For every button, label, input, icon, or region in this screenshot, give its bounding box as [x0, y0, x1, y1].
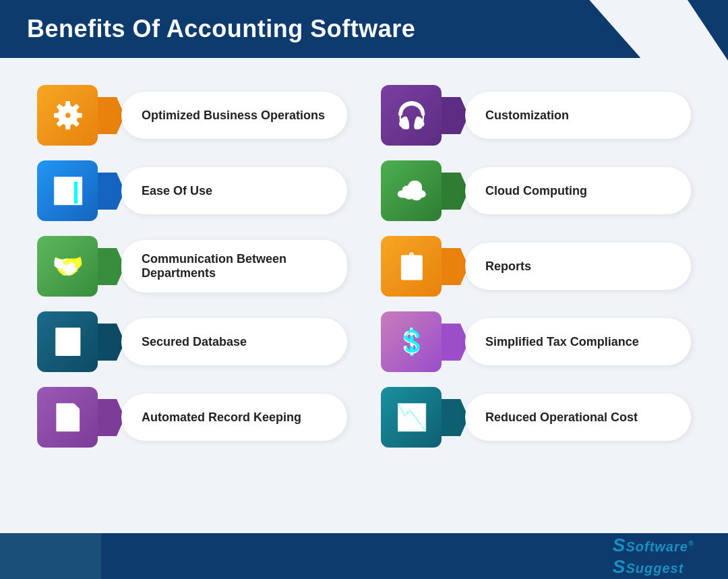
card-label-communication: Communication Between Departments: [142, 252, 330, 280]
label-pill-reduced-cost: Reduced Operational Cost: [465, 394, 691, 441]
svg-marker-3: [440, 173, 468, 210]
label-pill-optimized-business: Optimized Business Operations: [121, 92, 347, 139]
cloud-computing-icon: ☁️: [396, 178, 427, 204]
svg-marker-0: [96, 97, 125, 134]
arrow-customization: [440, 97, 468, 134]
card-label-optimized-business: Optimized Business Operations: [142, 109, 325, 123]
label-pill-simplified-tax: Simplified Tax Compliance: [465, 318, 691, 365]
reduced-cost-icon: 📉: [396, 404, 427, 430]
svg-marker-8: [96, 399, 125, 436]
card-secured-database: 🗄️ Secured Database: [37, 311, 347, 372]
card-label-ease-of-use: Ease Of Use: [142, 184, 212, 198]
optimized-business-icon: ⚙️: [52, 102, 84, 128]
label-pill-cloud-computing: Cloud Computing: [465, 167, 691, 214]
footer-corner-left: [0, 533, 101, 579]
arrow-automated-record: [96, 399, 125, 436]
header-triangle-decoration: [688, 0, 728, 61]
label-pill-ease-of-use: Ease Of Use: [121, 167, 347, 214]
svg-marker-7: [440, 324, 468, 361]
svg-marker-1: [440, 97, 468, 134]
icon-box-ease-of-use: 📊: [37, 160, 98, 221]
card-label-simplified-tax: Simplified Tax Compliance: [485, 335, 639, 349]
card-cloud-computing: ☁️ Cloud Computing: [381, 160, 691, 221]
card-communication: 🤝 Communication Between Departments: [37, 236, 347, 297]
arrow-ease-of-use: [96, 173, 125, 210]
page-title: Benefits Of Accounting Software: [27, 15, 613, 43]
card-automated-record: 📄 Automated Record Keeping: [37, 387, 347, 448]
card-label-customization: Customization: [485, 109, 569, 123]
icon-box-simplified-tax: 💲: [381, 311, 442, 372]
svg-marker-4: [96, 248, 125, 285]
customization-icon: 🎧: [396, 102, 427, 128]
icon-box-automated-record: 📄: [37, 387, 98, 448]
secured-database-icon: 🗄️: [52, 329, 84, 355]
label-pill-automated-record: Automated Record Keeping: [121, 394, 347, 441]
simplified-tax-icon: 💲: [396, 329, 427, 355]
benefits-grid: ⚙️ Optimized Business Operations 🎧 Custo…: [0, 58, 728, 461]
label-pill-customization: Customization: [465, 92, 691, 139]
reports-icon: 📋: [396, 253, 427, 279]
arrow-cloud-computing: [440, 173, 468, 210]
ease-of-use-icon: 📊: [52, 178, 84, 204]
card-reduced-cost: 📉 Reduced Operational Cost: [381, 387, 691, 448]
card-simplified-tax: 💲 Simplified Tax Compliance: [381, 311, 691, 372]
svg-marker-2: [96, 173, 125, 210]
card-label-reduced-cost: Reduced Operational Cost: [485, 410, 638, 425]
card-customization: 🎧 Customization: [381, 85, 691, 146]
card-label-automated-record: Automated Record Keeping: [142, 410, 301, 425]
icon-box-optimized-business: ⚙️: [37, 85, 98, 146]
footer: SSoftware® SSuggest: [0, 533, 728, 579]
svg-marker-6: [96, 324, 125, 361]
automated-record-icon: 📄: [52, 404, 84, 430]
svg-marker-5: [440, 248, 468, 285]
label-pill-reports: Reports: [465, 243, 691, 290]
label-pill-secured-database: Secured Database: [121, 318, 347, 365]
icon-box-customization: 🎧: [381, 85, 442, 146]
card-ease-of-use: 📊 Ease Of Use: [37, 160, 347, 221]
card-optimized-business: ⚙️ Optimized Business Operations: [37, 85, 347, 146]
icon-box-communication: 🤝: [37, 236, 98, 297]
card-label-reports: Reports: [485, 260, 531, 274]
card-label-cloud-computing: Cloud Computing: [485, 184, 587, 198]
registered-mark: ®: [688, 539, 694, 547]
brand-name2: Suggest: [626, 561, 684, 576]
icon-box-cloud-computing: ☁️: [381, 160, 442, 221]
arrow-reports: [440, 248, 468, 285]
label-pill-communication: Communication Between Departments: [121, 240, 347, 293]
brand-s2: S: [613, 556, 626, 577]
arrow-secured-database: [96, 324, 125, 361]
arrow-simplified-tax: [440, 324, 468, 361]
communication-icon: 🤝: [52, 253, 84, 279]
arrow-optimized-business: [96, 97, 125, 134]
brand-name1: Software: [626, 539, 688, 554]
card-reports: 📋 Reports: [381, 236, 691, 297]
icon-box-secured-database: 🗄️: [37, 311, 98, 372]
icon-box-reduced-cost: 📉: [381, 387, 442, 448]
arrow-communication: [96, 248, 125, 285]
card-label-secured-database: Secured Database: [142, 335, 247, 349]
brand-logo: SSoftware® SSuggest: [613, 535, 694, 578]
svg-marker-9: [440, 399, 468, 436]
icon-box-reports: 📋: [381, 236, 442, 297]
page-header: Benefits Of Accounting Software: [0, 0, 640, 58]
arrow-reduced-cost: [440, 399, 468, 436]
brand-s: S: [613, 535, 626, 555]
